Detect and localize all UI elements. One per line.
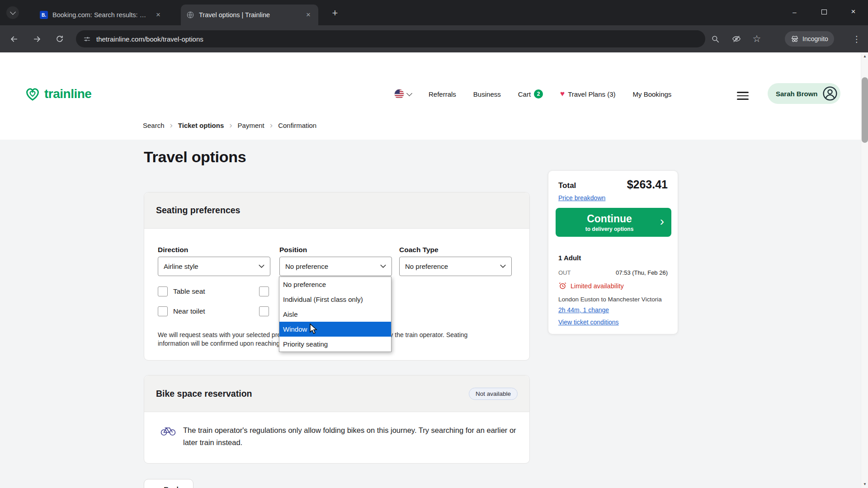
chevron-right-icon: ›	[229, 120, 232, 130]
chevron-down-icon	[406, 90, 412, 96]
tab-close-icon[interactable]: ×	[154, 10, 163, 19]
user-name: Sarah Brown	[776, 90, 818, 98]
breadcrumb-payment: Payment	[238, 122, 264, 129]
back-page-button[interactable]: ‹ Back	[144, 479, 193, 488]
coach-type-select[interactable]: No preference	[399, 257, 512, 276]
option-individual-first-class[interactable]: Individual (First class only)	[279, 292, 391, 307]
back-label: Back	[164, 485, 180, 488]
tab-trainline[interactable]: Travel options | Trainline ×	[181, 5, 318, 25]
position-label: Position	[279, 246, 307, 254]
bike-card-header: Bike space reservation Not available	[144, 375, 529, 412]
url-text: thetrainline.com/book/travel-options	[96, 35, 203, 43]
trainline-hearts-icon	[24, 86, 41, 102]
travel-plans-label: Travel Plans (3)	[568, 90, 615, 98]
option-priority-seating[interactable]: Priority seating	[279, 337, 391, 352]
scrollbar-thumb[interactable]	[862, 77, 868, 143]
chevron-down-icon	[10, 9, 16, 15]
journey-summary-card: Total $263.41 Price breakdown Continue t…	[548, 170, 678, 334]
breadcrumb-search[interactable]: Search	[143, 122, 165, 129]
site-header: trainline Referrals Business Cart 2 ♥ Tr…	[0, 52, 868, 140]
logo-text: trainline	[44, 87, 91, 101]
out-datetime: 07:53 (Thu, Feb 26)	[616, 269, 668, 276]
cart-label: Cart	[518, 90, 531, 98]
coach-type-label: Coach Type	[399, 246, 439, 254]
nav-travel-plans[interactable]: ♥ Travel Plans (3)	[560, 89, 615, 99]
reload-button[interactable]	[52, 31, 68, 47]
heart-icon: ♥	[560, 89, 565, 99]
maximize-icon	[821, 9, 827, 14]
scroll-down-arrow[interactable]: ▼	[861, 480, 868, 488]
us-flag-icon	[394, 89, 404, 99]
bookmark-star-icon[interactable]: ☆	[749, 31, 765, 47]
table-seat-checkbox[interactable]	[158, 286, 168, 296]
out-label: OUT	[558, 269, 571, 276]
tab-booking[interactable]: B. Booking.com: Search results: M... ×	[34, 5, 168, 25]
site-info-icon[interactable]	[83, 35, 91, 43]
alarm-clock-icon	[558, 282, 567, 290]
nav-cart[interactable]: Cart 2	[518, 89, 543, 99]
seating-card-header: Seating preferences	[144, 192, 529, 229]
chevron-left-icon: ‹	[157, 484, 160, 488]
duration-changes-link[interactable]: 2h 44m, 1 change	[558, 306, 609, 314]
tab-close-icon[interactable]: ×	[304, 10, 313, 19]
limited-availability-label: Limited availability	[571, 282, 624, 290]
near-toilet-label: Near toilet	[173, 306, 205, 316]
tab-title: Booking.com: Search results: M...	[52, 11, 149, 19]
privacy-eye-button[interactable]	[728, 31, 745, 47]
main-nav: Referrals Business Cart 2 ♥ Travel Plans…	[394, 82, 671, 106]
bicycle-icon	[160, 424, 176, 436]
language-selector[interactable]	[394, 89, 411, 99]
nav-my-bookings[interactable]: My Bookings	[632, 90, 671, 98]
page-scrollbar[interactable]: ▲ ▼	[861, 52, 868, 488]
forward-button[interactable]	[28, 31, 45, 47]
total-label: Total	[558, 181, 576, 190]
ticket-conditions-link[interactable]: View ticket conditions	[558, 319, 619, 326]
seating-card-title: Seating preferences	[156, 205, 240, 216]
incognito-badge: Incognito	[785, 31, 834, 47]
browser-menu-kebab-icon[interactable]: ⋮	[849, 31, 865, 47]
checkbox-obscured-1[interactable]	[259, 286, 269, 296]
account-button[interactable]: Sarah Brown	[768, 83, 840, 104]
hamburger-menu-icon[interactable]	[737, 89, 749, 102]
eye-off-icon	[732, 34, 741, 43]
price-breakdown-link[interactable]: Price breakdown	[558, 194, 605, 202]
outbound-row: OUT 07:53 (Thu, Feb 26)	[558, 269, 668, 276]
scroll-up-arrow[interactable]: ▲	[861, 52, 868, 60]
option-window[interactable]: Window	[279, 322, 391, 337]
breadcrumb-ticket-options: Ticket options	[178, 122, 224, 129]
coach-type-value: No preference	[405, 263, 448, 270]
trainline-logo[interactable]: trainline	[24, 82, 91, 106]
bike-message: The train operator's regulations only al…	[183, 424, 523, 449]
limited-availability: Limited availability	[558, 282, 624, 290]
checkbox-obscured-2[interactable]	[259, 306, 269, 316]
position-select[interactable]: No preference	[279, 257, 392, 276]
continue-label: Continue	[587, 213, 632, 225]
cart-count-badge: 2	[534, 89, 543, 99]
breadcrumb-confirmation: Confirmation	[278, 122, 316, 129]
address-bar[interactable]: thetrainline.com/book/travel-options	[76, 30, 705, 47]
option-no-preference[interactable]: No preference	[279, 277, 391, 292]
search-tabs-button[interactable]	[707, 31, 723, 47]
total-value: $263.41	[627, 178, 668, 191]
continue-button[interactable]: Continue to delivery options ›	[556, 208, 671, 237]
back-arrow-icon	[10, 35, 19, 43]
window-close-button[interactable]: ×	[839, 0, 868, 23]
tab-title: Travel options | Trainline	[199, 11, 299, 19]
nav-business[interactable]: Business	[473, 90, 501, 98]
direction-select[interactable]: Airline style	[158, 257, 270, 276]
near-toilet-checkbox[interactable]	[158, 306, 168, 316]
window-minimize-button[interactable]: –	[780, 0, 809, 23]
reload-icon	[56, 35, 64, 43]
browser-toolbar: thetrainline.com/book/travel-options ☆ I…	[0, 25, 868, 52]
window-maximize-button[interactable]	[809, 0, 839, 23]
tab-search-button[interactable]	[6, 6, 19, 19]
chevron-down-icon	[500, 264, 506, 268]
nav-referrals[interactable]: Referrals	[429, 90, 456, 98]
not-available-badge: Not available	[469, 388, 518, 400]
position-dropdown-menu: No preference Individual (First class on…	[279, 277, 392, 352]
back-button[interactable]	[6, 31, 22, 47]
chevron-right-icon: ›	[170, 120, 173, 130]
chevron-right-icon: ›	[660, 214, 664, 229]
new-tab-button[interactable]: +	[328, 6, 342, 20]
option-aisle[interactable]: Aisle	[279, 307, 391, 322]
